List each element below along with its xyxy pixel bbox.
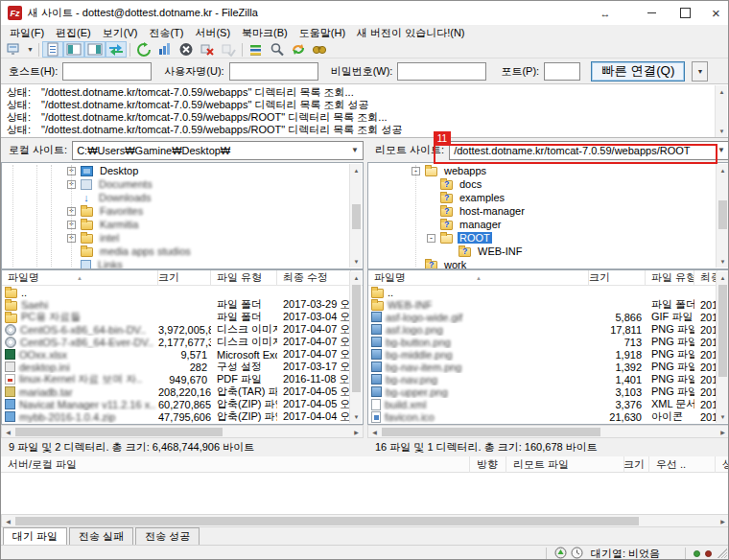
compare-directories-icon[interactable] [267, 41, 288, 58]
column-header-size[interactable]: 크기 [589, 270, 646, 286]
file-row[interactable]: mybb-2016-1.0.4.zip 47,795,606 압축(ZIP) 파… [2, 410, 363, 423]
local-site-combobox[interactable]: C:₩Users₩Gamine₩Desktop₩ ▼ [72, 141, 364, 160]
queue-tab[interactable]: 대기 파일 [3, 527, 67, 547]
port-input[interactable] [544, 62, 580, 81]
tree-item[interactable]: docs [368, 177, 729, 191]
scroll-down-icon[interactable] [717, 255, 729, 268]
scroll-thumb[interactable] [382, 428, 600, 436]
scroll-thumb[interactable] [718, 200, 727, 229]
menu-item[interactable]: 파일(F) [4, 25, 50, 41]
resize-grip[interactable] [716, 547, 727, 558]
scroll-thumb[interactable] [718, 285, 727, 377]
site-manager-icon[interactable] [4, 41, 25, 58]
reconnect-icon[interactable] [218, 41, 239, 58]
tree-item[interactable]: - ROOT [368, 231, 729, 245]
disconnect-icon[interactable] [197, 41, 218, 58]
minimize-button[interactable] [635, 1, 668, 25]
tree-item[interactable]: - webapps [368, 164, 729, 177]
queue-clock-icon[interactable] [571, 547, 583, 560]
queue-tab[interactable]: 전송 성공 [135, 527, 200, 547]
tree-item[interactable]: + intel [2, 231, 363, 245]
tree-item[interactable]: manager [368, 218, 729, 231]
menu-item[interactable]: 서버(S) [189, 25, 236, 41]
synchronized-browsing-icon[interactable] [288, 41, 309, 58]
username-input[interactable] [229, 62, 318, 81]
tree-item[interactable]: Downloads [2, 191, 363, 204]
queue-tab[interactable]: 전송 실패 [69, 527, 133, 547]
tree-item[interactable]: media apps studios [2, 245, 363, 258]
chevron-down-icon[interactable]: ▼ [347, 146, 363, 154]
scroll-left-icon[interactable] [2, 426, 14, 438]
queue-column-header[interactable]: 방향 [470, 456, 506, 473]
toggle-remote-tree-icon[interactable] [84, 41, 106, 58]
queue-column-header[interactable]: 우선 .. [649, 456, 716, 473]
tree-item[interactable]: Links [2, 258, 363, 269]
close-button[interactable] [702, 1, 729, 25]
scroll-up-icon[interactable] [350, 164, 363, 176]
directory-listing-filters-icon[interactable] [246, 41, 267, 58]
local-list-hscrollbar[interactable] [1, 425, 364, 438]
site-manager-dropdown-icon[interactable]: ▼ [25, 41, 35, 58]
queue-body[interactable] [1, 473, 729, 514]
tree-item[interactable]: + Desktop [2, 164, 363, 177]
log-scrollbar[interactable] [715, 85, 727, 137]
scroll-left-icon[interactable] [368, 426, 381, 438]
menu-item[interactable]: 도움말(H) [294, 25, 351, 41]
scroll-down-icon[interactable] [716, 125, 728, 137]
column-header-modified[interactable]: 최종 수정 [694, 270, 717, 286]
tree-item[interactable]: WEB-INF [368, 245, 729, 258]
queue-hscrollbar[interactable] [1, 514, 729, 527]
scroll-up-icon[interactable] [717, 164, 729, 176]
quickconnect-dropdown-icon[interactable]: ▼ [692, 61, 708, 82]
menu-item[interactable]: 북마크(B) [236, 25, 294, 41]
toggle-local-tree-icon[interactable] [63, 41, 84, 58]
remote-list-scrollbar[interactable] [716, 271, 728, 423]
queue-column-header[interactable]: 크기 [624, 456, 649, 473]
file-row[interactable]: favicon.ico 21,630 아이콘 201 [368, 410, 729, 423]
toggle-message-log-icon[interactable] [42, 41, 63, 58]
menu-item[interactable]: 전송(T) [143, 25, 189, 41]
scroll-down-icon[interactable] [350, 255, 363, 268]
queue-column-header[interactable]: 리모트 파일 [506, 456, 624, 473]
column-header-type[interactable]: 파일 유형 [211, 270, 277, 286]
column-header-type[interactable]: 파일 유형 [646, 270, 694, 286]
quickconnect-button[interactable]: 빠른 연결(Q) [591, 61, 685, 82]
tree-item[interactable]: examples [368, 191, 729, 204]
tree-item[interactable]: + Documents [2, 177, 363, 191]
remote-site-combobox[interactable]: /dottest.dotname.kr/tomcat-7.0.59/webapp… [449, 141, 729, 160]
tree-item[interactable]: + Favorites [2, 204, 363, 218]
local-tree-scrollbar[interactable] [349, 164, 362, 268]
remote-tree-scrollbar[interactable] [716, 164, 728, 268]
cancel-operation-icon[interactable] [176, 41, 197, 58]
expander-icon[interactable]: - [427, 234, 435, 243]
scroll-thumb[interactable] [352, 285, 361, 392]
scroll-thumb[interactable] [15, 517, 639, 525]
toggle-transfer-queue-icon[interactable] [106, 41, 127, 58]
scroll-up-icon[interactable] [350, 271, 363, 284]
tree-item[interactable]: work [368, 258, 729, 269]
maximize-button[interactable] [669, 1, 701, 25]
scroll-left-icon[interactable] [2, 515, 14, 527]
scroll-right-icon[interactable] [717, 426, 729, 438]
scroll-thumb[interactable] [15, 428, 223, 436]
column-header-size[interactable]: 크기 [158, 270, 211, 286]
remote-list-hscrollbar[interactable] [367, 425, 729, 438]
tree-item[interactable]: host-manager [368, 204, 729, 218]
scroll-down-icon[interactable] [717, 410, 729, 423]
refresh-icon[interactable] [133, 41, 154, 58]
password-input[interactable] [397, 62, 486, 81]
process-queue-icon[interactable] [154, 41, 176, 58]
column-header-modified[interactable]: 최종 수정 [277, 270, 351, 286]
host-input[interactable] [62, 62, 152, 81]
menu-item[interactable]: 새 버전이 있습니다!(N) [351, 25, 470, 41]
menu-item[interactable]: 보기(V) [97, 25, 144, 41]
chevron-down-icon[interactable]: ▼ [714, 146, 729, 154]
find-files-icon[interactable] [309, 41, 330, 58]
queue-column-header[interactable]: 상 [716, 456, 729, 473]
scroll-up-icon[interactable] [717, 271, 729, 284]
tree-item[interactable]: + Karmitia [2, 218, 363, 231]
speed-limits-icon[interactable] [554, 547, 567, 560]
scroll-down-icon[interactable] [350, 410, 363, 423]
scroll-right-icon[interactable] [350, 426, 363, 438]
scroll-right-icon[interactable] [717, 515, 729, 527]
